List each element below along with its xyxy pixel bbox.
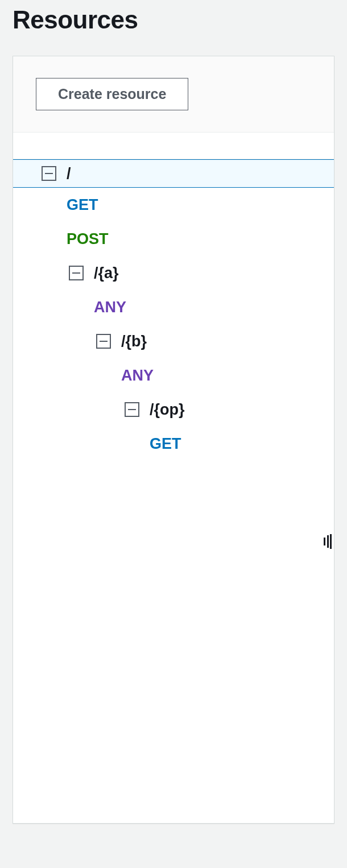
method-label: GET	[150, 435, 181, 453]
method-label: ANY	[121, 367, 154, 385]
collapse-icon[interactable]	[69, 266, 84, 280]
tree-node-op[interactable]: /{op}	[13, 392, 334, 427]
resources-panel: Create resource / GET POST /{a} ANY /{b}	[13, 56, 334, 824]
collapse-icon[interactable]	[42, 166, 56, 181]
tree-node-label: /{b}	[121, 333, 147, 350]
resize-handle-icon[interactable]	[324, 534, 332, 549]
tree-method-post[interactable]: POST	[13, 222, 334, 256]
method-label: GET	[67, 196, 98, 214]
method-label: POST	[67, 230, 109, 248]
tree-node-label: /{op}	[150, 401, 185, 419]
tree-method-get[interactable]: GET	[13, 427, 334, 461]
tree-method-get[interactable]: GET	[13, 188, 334, 222]
tree-node-label: /	[67, 165, 71, 183]
tree-node-b[interactable]: /{b}	[13, 324, 334, 358]
method-label: ANY	[94, 299, 126, 316]
tree-method-any[interactable]: ANY	[13, 358, 334, 392]
tree-node-a[interactable]: /{a}	[13, 256, 334, 290]
collapse-icon[interactable]	[96, 334, 111, 349]
panel-header: Create resource	[13, 56, 334, 133]
panel-spacer	[13, 133, 334, 159]
page-title: Resources	[0, 0, 347, 34]
resource-tree: / GET POST /{a} ANY /{b} ANY /{op}	[13, 159, 334, 461]
tree-node-label: /{a}	[94, 264, 119, 282]
tree-method-any[interactable]: ANY	[13, 290, 334, 324]
create-resource-button[interactable]: Create resource	[36, 78, 188, 110]
collapse-icon[interactable]	[125, 402, 139, 417]
tree-node-root[interactable]: /	[13, 159, 334, 188]
